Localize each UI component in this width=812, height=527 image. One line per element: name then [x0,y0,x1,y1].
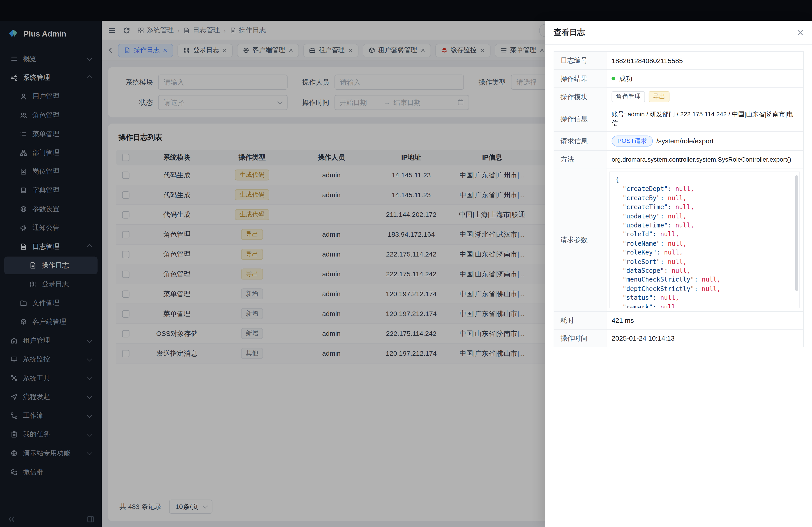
code-key: "menuCheckStrictly": [623,276,698,283]
code-key: "updateTime": [623,222,671,229]
detail-row-params: 请求参数 { "createDept": null, "createBy": n… [554,168,803,311]
code-value: null, [668,258,687,265]
view-log-drawer: 查看日志 日志编号 1882612840802115585 操作结果 成功 [546,21,812,527]
code-token: { [615,176,619,183]
code-key: "status": [623,295,656,302]
code-key: "roleName": [623,240,664,247]
code-value: null, [660,295,679,302]
detail-label: 日志编号 [554,51,606,70]
module-tag: 角色管理 [612,91,645,102]
code-key: "roleKey": [623,249,660,256]
request-params-code-block[interactable]: { "createDept": null, "createBy": null, … [609,171,800,308]
detail-row-info: 操作信息 账号: admin / 研发部门 / 222.175.114.242 … [554,106,803,132]
detail-row-log-id: 日志编号 1882612840802115585 [554,51,803,70]
detail-label: 操作模块 [554,88,606,106]
code-value: null, [675,185,694,193]
code-value: null, [660,231,679,238]
code-value: null, [664,249,683,256]
log-detail-table: 日志编号 1882612840802115585 操作结果 成功 操作模块 角色… [554,51,804,347]
close-drawer-button[interactable] [797,29,804,36]
detail-row-method: 方法 org.dromara.system.controller.system.… [554,150,803,168]
drawer-body: 日志编号 1882612840802115585 操作结果 成功 操作模块 角色… [546,45,812,353]
code-key: "createBy": [623,195,664,202]
detail-label: 操作结果 [554,70,606,87]
detail-row-request: 请求信息 POST请求 /system/role/export [554,132,803,150]
post-method-tag: POST请求 [612,136,653,147]
code-key: "dataScope": [623,267,668,274]
code-value: null, [675,204,694,211]
detail-label: 耗时 [554,312,606,329]
export-tag: 导出 [649,91,670,102]
detail-label: 请求信息 [554,132,606,150]
drawer-title: 查看日志 [554,28,585,37]
detail-label: 操作时间 [554,330,606,347]
detail-label: 请求参数 [554,168,606,311]
code-key: "roleSort": [623,258,664,265]
code-value: null, [668,213,687,220]
code-key: "createTime": [623,204,671,211]
code-value: null, [668,195,687,202]
code-key: "updateBy": [623,213,664,220]
operation-info-value: 账号: admin / 研发部门 / 222.175.114.242 / 中国|… [606,106,803,132]
code-key: "createDept": [623,185,671,193]
stage: Plus Admin 概览 系统管理 用户管理 [0,0,812,527]
code-key: "remark": [623,303,656,308]
detail-row-time: 操作时间 2025-01-24 10:14:13 [554,329,803,347]
detail-row-result: 操作结果 成功 [554,70,803,87]
code-value: null, [660,303,679,308]
operation-time-value: 2025-01-24 10:14:13 [606,330,803,347]
drawer-header: 查看日志 [546,21,812,45]
code-key: "deptCheckStrictly": [623,285,698,292]
log-id-value: 1882612840802115585 [606,51,803,70]
code-scrollbar[interactable] [795,175,798,291]
detail-row-duration: 耗时 421 ms [554,311,803,329]
code-value: null, [702,285,721,292]
code-value: null, [671,267,691,274]
code-value: null, [675,222,694,229]
result-value: 成功 [619,74,633,83]
detail-row-module: 操作模块 角色管理 导出 [554,87,803,106]
detail-label: 方法 [554,151,606,168]
code-value: null, [668,240,687,247]
duration-value: 421 ms [606,312,803,329]
method-value: org.dromara.system.controller.system.Sys… [606,151,803,168]
code-key: "roleId": [623,231,656,238]
success-status-dot [612,77,615,80]
detail-label: 操作信息 [554,106,606,132]
code-value: null, [702,276,721,283]
request-url: /system/role/export [656,137,714,145]
